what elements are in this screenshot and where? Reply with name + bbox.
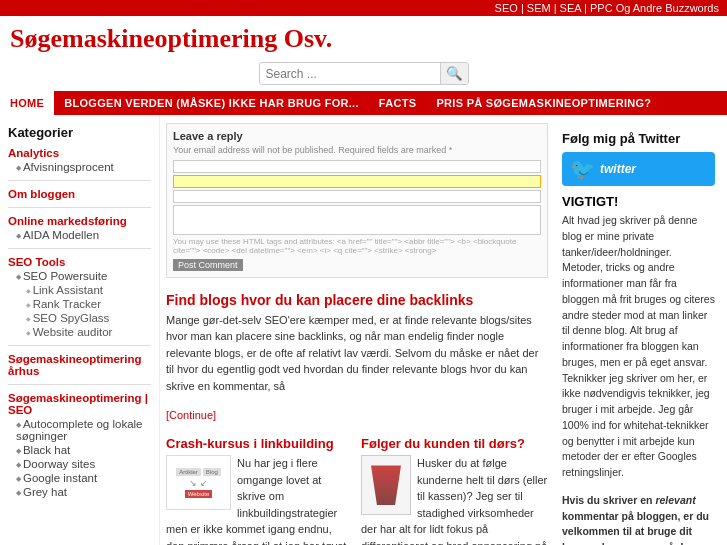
sidebar-item-online-markedsfoering[interactable]: Online markedsføring <box>8 214 151 228</box>
sidebar-item-aida[interactable]: AIDA Modellen <box>8 228 151 242</box>
comment-name-field[interactable] <box>173 160 541 173</box>
follow-kunden-article: Følger du kunden til dørs? Husker du at … <box>361 436 548 545</box>
search-bar: 🔍 <box>0 58 727 91</box>
twitter-section-title: Følg mig på Twitter <box>562 131 715 146</box>
linkbuilding-image: Artikler Blog ↘ ↙ Website <box>166 455 231 510</box>
main-nav: HOME BLOGGEN VERDEN (MÅSKE) IKKE HAR BRU… <box>0 91 727 115</box>
sidebar-item-seo-tools[interactable]: SEO Tools <box>8 255 151 269</box>
search-wrap: 🔍 <box>259 62 469 85</box>
sidebar-item-analytics[interactable]: Analytics <box>8 146 151 160</box>
comment-email-field[interactable] <box>173 175 541 188</box>
nav-item-facts[interactable]: FACTS <box>369 91 427 115</box>
twitter-box[interactable]: 🐦 twitter <box>562 152 715 186</box>
follow-kunden-image <box>361 455 411 515</box>
sidebar-item-om-bloggen[interactable]: Om bloggen <box>8 187 151 201</box>
sidebar-item-soeg-aarhus[interactable]: Søgemaskineoptimering århus <box>8 352 151 378</box>
lbi-blog: Blog <box>203 468 221 476</box>
main-article-continue[interactable]: [Continue] <box>166 409 216 421</box>
sidebar-item-doorway[interactable]: Doorway sites <box>8 457 151 471</box>
search-button[interactable]: 🔍 <box>440 63 468 84</box>
site-title: Søgemaskineoptimering Osv. <box>10 24 717 54</box>
two-col-articles: Crash-kursus i linkbuilding Artikler Blo… <box>166 436 548 545</box>
sidebar-item-google-instant[interactable]: Google instant <box>8 471 151 485</box>
content-area: Leave a reply Your email address will no… <box>160 115 727 545</box>
site-title-bar: Søgemaskineoptimering Osv. <box>0 16 727 58</box>
funnel-graphic <box>371 465 401 505</box>
sidebar-item-website-auditor[interactable]: Website auditor <box>8 325 151 339</box>
nav-item-home[interactable]: HOME <box>0 91 54 115</box>
vigtigt-title: VIGTIGT! <box>562 194 715 209</box>
comment-form-desc: Your email address will not be published… <box>173 145 541 157</box>
sidebar-item-soeg-seo[interactable]: Søgemaskineoptimering | SEO <box>8 391 151 417</box>
main-article-title[interactable]: Find blogs hvor du kan placere dine back… <box>166 292 548 308</box>
sidebar-item-link-assistant[interactable]: Link Assistant <box>8 283 151 297</box>
nav-item-pris[interactable]: PRIS PÅ SØGEMASKINEOPTIMERING? <box>426 91 661 115</box>
twitter-icon: 🐦 <box>570 157 595 181</box>
top-bar-text: SEO | SEM | SEA | PPC Og Andre Buzzwords <box>495 2 719 14</box>
comment-text-field[interactable] <box>173 205 541 235</box>
sidebar-item-rank-tracker[interactable]: Rank Tracker <box>8 297 151 311</box>
right-sidebar: Følg mig på Twitter 🐦 twitter VIGTIGT! A… <box>556 123 721 545</box>
lbi-artikler: Artikler <box>176 468 201 476</box>
nav-item-bloggen[interactable]: BLOGGEN VERDEN (MÅSKE) IKKE HAR BRUG FOR… <box>54 91 369 115</box>
comment-html-hint: You may use these HTML tags and attribut… <box>173 237 541 256</box>
follow-kunden-title[interactable]: Følger du kunden til dørs? <box>361 436 548 451</box>
comment-submit-button[interactable]: Post Comment <box>173 259 243 271</box>
sidebar-item-grey-hat[interactable]: Grey hat <box>8 485 151 499</box>
sidebar-item-seo-spyglass[interactable]: SEO SpyGlass <box>8 311 151 325</box>
linkbuilding-title[interactable]: Crash-kursus i linkbuilding <box>166 436 353 451</box>
top-bar: SEO | SEM | SEA | PPC Og Andre Buzzwords <box>0 0 727 16</box>
linkbuilding-article: Crash-kursus i linkbuilding Artikler Blo… <box>166 436 353 545</box>
main-layout: Kategorier Analytics Afvisningsprocent O… <box>0 115 727 545</box>
vigtigt-box: VIGTIGT! Alt hvad jeg skriver på denne b… <box>562 194 715 545</box>
comment-form-title: Leave a reply <box>173 130 541 142</box>
sidebar-item-black-hat[interactable]: Black hat <box>8 443 151 457</box>
main-article: Find blogs hvor du kan placere dine back… <box>166 292 548 423</box>
sidebar: Kategorier Analytics Afvisningsprocent O… <box>0 115 160 545</box>
vigtigt-bold-text: Hvis du skriver en relevant kommentar på… <box>562 493 715 545</box>
vigtigt-body: Alt hvad jeg skriver på denne blog er mi… <box>562 213 715 481</box>
comment-website-field[interactable] <box>173 190 541 203</box>
articles-col: Leave a reply Your email address will no… <box>166 123 548 545</box>
sidebar-item-afvisningsprocent[interactable]: Afvisningsprocent <box>8 160 151 174</box>
sidebar-item-seo-powersuite[interactable]: SEO Powersuite <box>8 269 151 283</box>
sidebar-item-autocomplete[interactable]: Autocomplete og lokale søgninger <box>8 417 151 443</box>
main-article-body: Mange gør-det-selv SEO'ere kæmper med, e… <box>166 312 548 395</box>
lbi-website: Website <box>185 490 213 498</box>
search-input[interactable] <box>260 64 440 84</box>
comment-form-box: Leave a reply Your email address will no… <box>166 123 548 278</box>
twitter-label: twitter <box>600 162 636 176</box>
sidebar-title: Kategorier <box>8 125 151 140</box>
